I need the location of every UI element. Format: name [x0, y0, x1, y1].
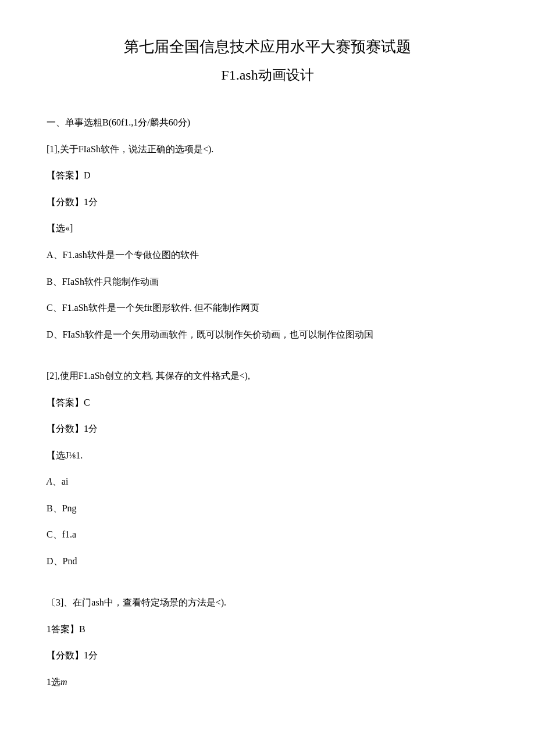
question-prompt: [2],使用F1.aSh创立的文档, 其保存的文件格式是<),: [47, 368, 488, 384]
question-prompt: 〔3]、在门ash中，查看特定场景的方法是<).: [47, 595, 488, 610]
answer-label: 【答案】C: [47, 395, 488, 410]
question-1: [1],关于FIaSh软件，说法正确的选项是<). 【答案】D 【分数】1分 【…: [47, 142, 488, 342]
option-d: D、Pnd: [47, 554, 488, 569]
option-a: A、ai: [47, 474, 488, 489]
option-c: C、F1.aSh软件是一个矢fit图形软件. 但不能制作网页: [47, 300, 488, 316]
option-b: B、Png: [47, 501, 488, 516]
option-c: C、f1.a: [47, 527, 488, 542]
question-2: [2],使用F1.aSh创立的文档, 其保存的文件格式是<), 【答案】C 【分…: [47, 368, 488, 569]
option-d: D、FIaSh软件是一个矢用动画软件，既可以制作矢价动画，也可以制作位图动国: [47, 327, 488, 342]
score-label: 【分数】1分: [47, 648, 488, 663]
score-label: 【分数】1分: [47, 421, 488, 436]
document-title: 第七届全国信息技术应用水平大赛预赛试题: [47, 35, 488, 59]
answer-label: 1答案】B: [47, 622, 488, 637]
score-label: 【分数】1分: [47, 195, 488, 210]
section-header: 一、单事选粗B(60f1.,1分/麟共60分): [47, 115, 488, 130]
option-b: B、FIaSh软件只能制作动画: [47, 274, 488, 289]
options-label: 1选m: [47, 675, 488, 690]
question-3: 〔3]、在门ash中，查看特定场景的方法是<). 1答案】B 【分数】1分 1选…: [47, 595, 488, 689]
option-a-suffix: 、ai: [52, 476, 69, 486]
options-label: 【选«]: [47, 221, 488, 236]
option-a-prefix: A: [47, 476, 52, 486]
options-label-suffix: m: [60, 677, 67, 687]
options-label-prefix: 1选: [47, 677, 60, 687]
question-prompt: [1],关于FIaSh软件，说法正确的选项是<).: [47, 142, 488, 157]
options-label: 【选J⅛1.: [47, 448, 488, 463]
document-subtitle: F1.ash动画设计: [47, 64, 488, 86]
answer-label: 【答案】D: [47, 168, 488, 183]
option-a: A、F1.ash软件是一个专做位图的软件: [47, 248, 488, 263]
